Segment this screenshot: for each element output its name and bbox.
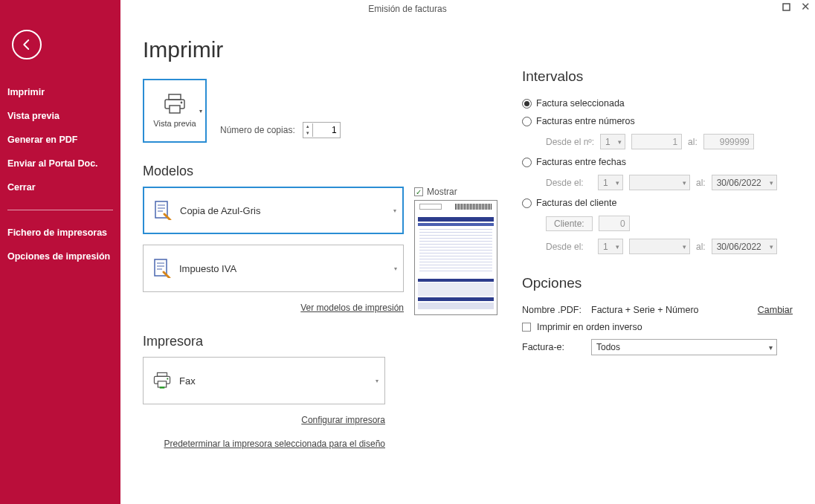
sidebar-item-enviar-portal[interactable]: Enviar al Portal Doc. (0, 152, 120, 175)
orden-inverso-label: Imprimir en orden inverso (537, 322, 642, 332)
chevron-down-icon: ▾ (376, 378, 378, 384)
al-label-3: al: (696, 242, 706, 252)
desde-el-label-1: Desde el: (546, 178, 592, 188)
al-label-1: al: (688, 137, 698, 147)
svg-rect-11 (160, 387, 165, 388)
chevron-down-icon: ▾ (394, 265, 397, 272)
radio-factura-seleccionada[interactable] (522, 99, 532, 109)
sidebar-item-imprimir[interactable]: Imprimir (0, 80, 120, 104)
chevron-down-icon: ▾ (393, 207, 396, 214)
sidebar-item-vista-previa[interactable]: Vista previa (0, 104, 120, 128)
radio-facturas-cliente[interactable] (522, 198, 532, 208)
svg-rect-1 (169, 94, 181, 100)
chevron-down-icon: ▾ (199, 108, 202, 114)
printer-icon (163, 94, 187, 114)
cliente-desde-fecha-select[interactable] (629, 239, 690, 254)
ver-modelos-link[interactable]: Ver modelos de impresión (300, 303, 404, 313)
svg-rect-7 (158, 372, 167, 376)
sidebar-item-opciones-impresion[interactable]: Opciones de impresión (0, 245, 120, 268)
nombre-pdf-value: Factura + Serie + Número (591, 305, 699, 315)
modelo-1-label: Copia de Azul-Gris (180, 205, 260, 216)
title-bar: Emisión de facturas ✕ (0, 0, 815, 18)
configurar-impresora-link[interactable]: Configurar impresora (301, 415, 385, 425)
sidebar: Imprimir Vista previa Generar en PDF Env… (0, 0, 120, 504)
nombre-pdf-label: Nombre .PDF: (522, 305, 585, 315)
al-label-2: al: (696, 178, 706, 188)
svg-rect-9 (158, 381, 166, 387)
predeterminar-impresora-link[interactable]: Predeterminar la impresora seleccionada … (164, 439, 386, 449)
hasta-n-input[interactable] (703, 134, 754, 149)
cliente-button[interactable]: Cliente: (546, 216, 593, 231)
tile-label: Vista previa (153, 119, 196, 128)
svg-rect-0 (783, 4, 790, 10)
desde-n-serie-select[interactable]: 1 (600, 134, 625, 149)
sidebar-item-cerrar[interactable]: Cerrar (0, 175, 120, 199)
window-maximize-icon[interactable] (778, 0, 794, 13)
mostrar-label: Mostrar (427, 187, 457, 197)
preview-thumbnail[interactable] (414, 200, 497, 315)
printer-icon (151, 372, 173, 390)
orden-inverso-checkbox[interactable] (522, 323, 531, 332)
copies-input[interactable] (313, 125, 340, 135)
radio-facturas-numeros[interactable] (522, 117, 532, 126)
cliente-serie-select[interactable]: 1 (598, 239, 623, 254)
desde-el-label-2: Desde el: (546, 242, 592, 252)
vista-previa-tile[interactable]: Vista previa ▾ (143, 79, 207, 143)
window-title: Emisión de facturas (368, 4, 446, 14)
sidebar-item-generar-pdf[interactable]: Generar en PDF (0, 128, 120, 152)
desde-fecha-select[interactable] (629, 175, 690, 190)
radio-label-4: Facturas del cliente (536, 198, 616, 208)
modelo-select-1[interactable]: Copia de Azul-Gris ▾ (143, 187, 404, 234)
mostrar-checkbox[interactable]: ✓ (414, 187, 423, 196)
impresora-name: Fax (179, 375, 196, 387)
desde-el-n-label: Desde el nº: (546, 137, 594, 147)
hasta-fecha-select-1[interactable]: 30/06/2022 (712, 175, 777, 190)
modelo-2-label: Impuesto IVA (179, 263, 236, 274)
impresora-heading: Impresora (143, 334, 500, 349)
page-title: Imprimir (143, 37, 500, 62)
sidebar-item-fichero-impresoras[interactable]: Fichero de impresoras (0, 221, 120, 245)
modelos-heading: Modelos (143, 164, 500, 179)
sidebar-separator (7, 210, 113, 210)
radio-label-3: Facturas entre fechas (536, 157, 626, 167)
document-template-icon (152, 201, 174, 220)
intervalos-heading: Intervalos (522, 68, 793, 85)
desde-fecha-serie-select[interactable]: 1 (598, 175, 623, 190)
document-template-icon (151, 259, 173, 278)
impresora-select[interactable]: Fax ▾ (143, 357, 385, 404)
hasta-fecha-select-2[interactable]: 30/06/2022 (712, 239, 777, 254)
radio-facturas-fechas[interactable] (522, 158, 532, 167)
cliente-id-input[interactable] (599, 216, 630, 231)
back-button[interactable] (12, 30, 42, 59)
copies-spinner[interactable]: ▲ ▼ (303, 122, 341, 138)
radio-label-1: Factura seleccionada (536, 98, 625, 109)
svg-point-4 (181, 102, 183, 104)
facturae-select[interactable]: Todos (591, 339, 777, 355)
radio-label-2: Facturas entre números (536, 116, 635, 126)
copies-label: Número de copias: (220, 125, 295, 135)
cambiar-link[interactable]: Cambiar (758, 305, 793, 315)
spinner-down-icon[interactable]: ▼ (303, 130, 312, 137)
desde-n-input[interactable] (631, 134, 682, 149)
spinner-up-icon[interactable]: ▲ (303, 123, 312, 130)
modelo-select-2[interactable]: Impuesto IVA ▾ (143, 245, 404, 292)
svg-rect-3 (170, 106, 180, 113)
svg-point-10 (167, 378, 168, 379)
window-close-icon[interactable]: ✕ (797, 0, 814, 13)
opciones-heading: Opciones (522, 275, 793, 291)
facturae-label: Factura-e: (522, 342, 585, 352)
